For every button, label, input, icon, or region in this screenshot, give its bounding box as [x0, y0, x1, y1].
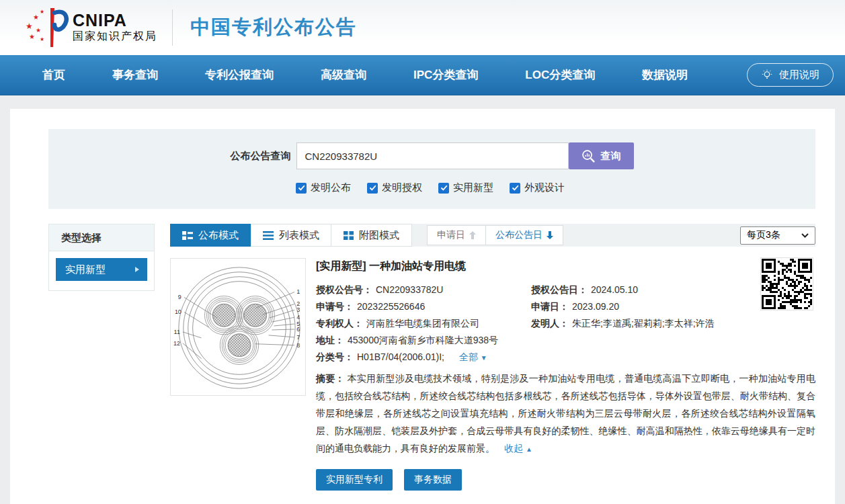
star-icon: ★ — [29, 34, 35, 40]
nav-item-transaction-query[interactable]: 事务查询 — [112, 67, 158, 83]
tab-list-mode[interactable]: 列表模式 — [251, 224, 331, 247]
search-label: 公布公告查询 — [231, 150, 291, 163]
sidebar-item-utility-model[interactable]: 实用新型 — [56, 258, 147, 281]
type-sidebar: 类型选择 实用新型 — [48, 224, 155, 291]
tab-label: 公布模式 — [198, 229, 239, 242]
page-title: 中国专利公布公告 — [190, 14, 357, 41]
list-mode-icon — [263, 231, 274, 240]
sort-group: 申请日 公布公告日 — [427, 225, 563, 245]
arrow-down-icon — [547, 231, 553, 239]
classification-more-link[interactable]: 全部 ▼ — [459, 351, 487, 362]
tab-label: 附图模式 — [359, 229, 399, 242]
nav-item-data-notes[interactable]: 数据说明 — [642, 67, 688, 83]
checkbox-checked-icon — [367, 183, 378, 194]
sort-by-application-date[interactable]: 申请日 — [428, 226, 486, 245]
logo-name: 国家知识产权局 — [73, 30, 157, 44]
transaction-data-button[interactable]: 事务数据 — [404, 469, 462, 491]
field-patentee: 专利权人：河南胜华电缆集团有限公司 — [316, 315, 531, 332]
page-size-select[interactable]: 每页3条 — [740, 226, 815, 245]
field-address: 地址：453000河南省新乡市科隆大道938号 — [316, 332, 815, 349]
checkbox-checked-icon — [510, 183, 520, 194]
logo-acronym: CNIPA — [73, 11, 157, 30]
star-icon: ★ — [40, 9, 44, 15]
checkbox-label: 发明公布 — [311, 181, 351, 194]
chevron-down-icon — [801, 233, 809, 238]
patent-abstract: 摘要：本实用新型涉及电缆技术领域，特别是涉及一种加油站专用电缆，普通电缆高温下立… — [316, 370, 815, 458]
star-icon: ★ — [36, 28, 41, 34]
sort-label: 公布公告日 — [495, 229, 542, 241]
nav-item-loc-query[interactable]: LOC分类查询 — [525, 67, 595, 83]
search-button-label: 查询 — [601, 150, 621, 163]
patent-details: [实用新型] 一种加油站专用电缆 授权公告号：CN220933782U 授权公告… — [316, 258, 815, 491]
nav-item-ipc-query[interactable]: IPC分类查询 — [413, 67, 478, 83]
help-button[interactable]: 使用说明 — [747, 63, 834, 87]
page-size-value: 每页3条 — [747, 229, 780, 241]
svg-text:12: 12 — [173, 340, 180, 347]
site-header: ★ ★ ★ ★ ★ ★ CNIPA 国家知识产权局 中国专利公布公告 — [0, 0, 845, 55]
bulb-icon — [761, 69, 773, 81]
checkbox-utility-model[interactable]: 实用新型 — [438, 181, 493, 194]
star-icon: ★ — [26, 22, 33, 30]
svg-text:3: 3 — [296, 306, 300, 313]
checkbox-label: 实用新型 — [453, 181, 493, 194]
field-application-number: 申请号：2023225526646 — [316, 298, 531, 315]
caret-up-icon: ▲ — [526, 446, 532, 453]
caret-down-icon: ▼ — [481, 354, 487, 362]
sort-by-publication-date[interactable]: 公布公告日 — [486, 226, 563, 245]
checkbox-checked-icon — [438, 183, 449, 194]
nav-item-home[interactable]: 首页 — [42, 67, 65, 83]
grid-mode-icon — [344, 231, 354, 240]
sort-label: 申请日 — [437, 229, 465, 241]
svg-text:9: 9 — [178, 294, 182, 300]
search-icon — [581, 149, 596, 163]
logo-flag-icon — [46, 7, 70, 48]
qr-code — [761, 258, 813, 310]
search-button[interactable]: 查询 — [569, 142, 634, 169]
checkbox-checked-icon — [296, 183, 307, 194]
header-divider — [172, 9, 173, 46]
star-icon: ★ — [40, 37, 44, 42]
tab-publication-mode[interactable]: 公布模式 — [170, 224, 251, 247]
sidebar-item-label: 实用新型 — [65, 263, 106, 276]
checkbox-label: 外观设计 — [524, 181, 565, 194]
main-nav: 首页 事务查询 专利公报查询 高级查询 IPC分类查询 LOC分类查询 数据说明… — [0, 55, 845, 95]
star-icon: ★ — [33, 14, 39, 21]
checkbox-design[interactable]: 外观设计 — [510, 181, 565, 194]
svg-text:1: 1 — [296, 288, 300, 295]
chevron-right-icon — [135, 267, 139, 272]
sidebar-title: 类型选择 — [49, 224, 154, 251]
abstract-text: 本实用新型涉及电缆技术领域，特别是涉及一种加油站专用电缆，普通电缆高温下立即断电… — [316, 373, 815, 454]
cable-cross-section-figure: 1 2 3 4 5 6 7 8 9 10 — [171, 259, 305, 395]
svg-text:6: 6 — [296, 326, 300, 333]
svg-text:8: 8 — [296, 342, 300, 349]
checkbox-label: 发明授权 — [382, 181, 422, 194]
search-panel: 公布公告查询 查询 — [48, 129, 815, 209]
patent-drawing: 1 2 3 4 5 6 7 8 9 10 — [170, 258, 306, 396]
checkbox-invention-grant[interactable]: 发明授权 — [367, 181, 422, 194]
patent-result-card: 1 2 3 4 5 6 7 8 9 10 — [170, 247, 815, 491]
help-button-label: 使用说明 — [779, 69, 819, 81]
field-classification: 分类号：H01B7/04(2006.01)I; 全部 ▼ — [316, 349, 815, 366]
field-grant-number: 授权公告号：CN220933782U — [316, 282, 531, 298]
type-filter-row: 发明公布 发明授权 实用新型 外观设计 — [48, 181, 815, 194]
nav-item-advanced-query[interactable]: 高级查询 — [321, 67, 366, 83]
tab-label: 列表模式 — [279, 229, 319, 242]
abstract-label: 摘要： — [316, 373, 345, 384]
search-input[interactable] — [296, 142, 569, 169]
field-inventors: 发明人：朱正华;李道禹;翟莉莉;李太祥;许浩 — [531, 315, 815, 332]
publication-mode-icon — [182, 231, 193, 240]
patent-title: [实用新型] 一种加油站专用电缆 — [316, 259, 815, 274]
svg-text:4: 4 — [296, 314, 300, 321]
result-toolbar: 公布模式 列表模式 — [170, 224, 815, 247]
svg-text:11: 11 — [174, 329, 180, 335]
tab-figure-mode[interactable]: 附图模式 — [331, 224, 412, 247]
svg-text:7: 7 — [296, 334, 300, 341]
utility-model-patent-button[interactable]: 实用新型专利 — [316, 469, 393, 491]
collapse-link[interactable]: 收起 ▲ — [504, 443, 532, 454]
nav-item-gazette-query[interactable]: 专利公报查询 — [205, 67, 274, 83]
cnipa-logo: ★ ★ ★ ★ ★ ★ — [26, 7, 70, 48]
logo-text: CNIPA 国家知识产权局 — [73, 11, 157, 44]
svg-text:10: 10 — [175, 308, 182, 315]
checkbox-invention-publication[interactable]: 发明公布 — [296, 181, 351, 194]
page-body: 公布公告查询 查询 — [0, 95, 845, 504]
